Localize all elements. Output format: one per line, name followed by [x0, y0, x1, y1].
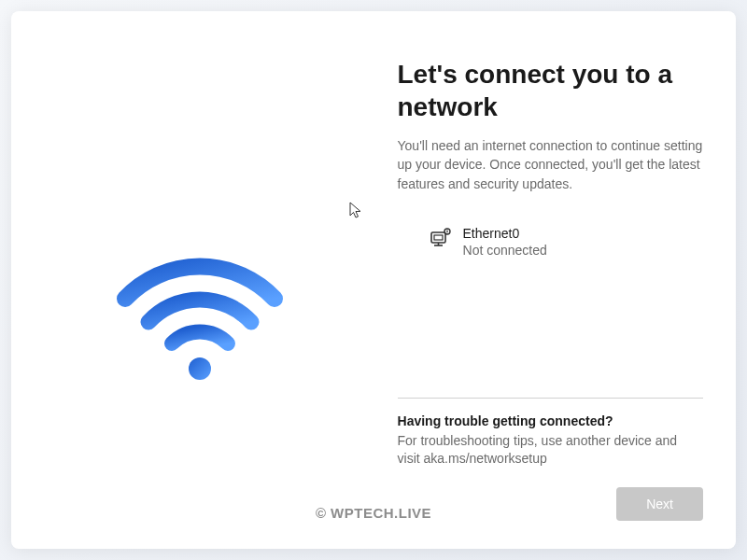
page-subtitle: You'll need an internet connection to co…	[398, 136, 703, 193]
troubleshooting-heading: Having trouble getting connected?	[398, 413, 703, 428]
content-panel: Let's connect you to a network You'll ne…	[388, 11, 736, 549]
troubleshooting-section: Having trouble getting connected? For tr…	[398, 413, 703, 469]
ethernet-icon	[430, 227, 452, 249]
network-status: Not connected	[463, 242, 547, 259]
network-item-ethernet[interactable]: Ethernet0 Not connected	[426, 219, 703, 264]
svg-rect-2	[434, 235, 443, 240]
troubleshooting-text: For troubleshooting tips, use another de…	[398, 432, 703, 469]
page-title: Let's connect you to a network	[398, 58, 703, 123]
watermark: © WPTECH.LIVE	[316, 505, 431, 521]
svg-point-7	[446, 232, 447, 233]
divider	[398, 398, 703, 399]
next-button[interactable]: Next	[616, 487, 703, 521]
oobe-network-window: Let's connect you to a network You'll ne…	[11, 11, 736, 549]
svg-rect-1	[431, 232, 445, 243]
svg-point-0	[189, 357, 211, 380]
wifi-icon	[106, 233, 293, 383]
network-details: Ethernet0 Not connected	[463, 225, 547, 259]
network-name: Ethernet0	[463, 225, 547, 242]
illustration-panel	[11, 11, 388, 549]
button-row: Next	[398, 487, 703, 521]
